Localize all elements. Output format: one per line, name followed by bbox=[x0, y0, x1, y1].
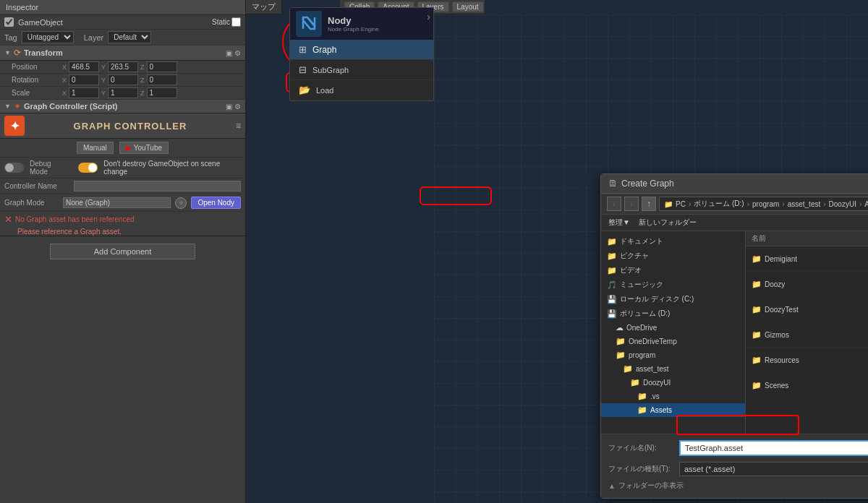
tree-vs[interactable]: 📁 .vs bbox=[601, 390, 745, 403]
dialog-title-bar: 🖺 Create Graph bbox=[601, 174, 868, 194]
tree-doozyui[interactable]: 📁 DoozyUI bbox=[601, 376, 745, 390]
filetype-row: ファイルの種類(T): キャンセル bbox=[608, 460, 868, 478]
gc-arrow: ▼ bbox=[4, 103, 11, 110]
graph-controller-logo: ✦ bbox=[4, 116, 25, 136]
map-label: マップ bbox=[246, 0, 282, 14]
load-menu-icon: 📂 bbox=[299, 85, 310, 95]
gizmos-name: Gizmos bbox=[765, 331, 789, 339]
graph-mode-value: None (Graph) bbox=[63, 197, 171, 208]
dont-destroy-toggle[interactable] bbox=[78, 163, 98, 173]
tree-assets-selected[interactable]: 📁 Assets bbox=[601, 403, 745, 417]
assets-icon: 📁 bbox=[637, 405, 647, 415]
position-value: X Y Z bbox=[62, 61, 241, 72]
create-graph-dialog: 🖺 Create Graph ‹ › ↑ 📁 PC › ボリューム (D:) ›… bbox=[600, 173, 868, 499]
documents-label: ドキュメント bbox=[620, 236, 663, 246]
nody-close-btn[interactable]: › bbox=[427, 11, 430, 22]
nody-menu-load[interactable]: 📂 Load bbox=[290, 80, 433, 100]
gameobject-checkbox[interactable] bbox=[4, 17, 14, 27]
position-x[interactable] bbox=[69, 61, 99, 72]
manage-btn[interactable]: 整理▼ bbox=[608, 218, 630, 228]
transform-arrow: ▼ bbox=[4, 49, 11, 56]
position-z[interactable] bbox=[147, 61, 177, 72]
demigiant-icon: 📁 bbox=[752, 254, 762, 264]
rotation-value: X Y Z bbox=[62, 74, 241, 85]
tree-volume-d[interactable]: 💾 ボリューム (D:) bbox=[601, 306, 745, 321]
position-y[interactable] bbox=[108, 61, 138, 72]
rotation-y-label: Y bbox=[101, 77, 106, 84]
tree-program[interactable]: 📁 program bbox=[601, 348, 745, 362]
file-demigiant[interactable]: 📁Demigiant 2019/10/26 18:18 ファイル フォルダー bbox=[746, 246, 868, 272]
controller-name-input[interactable] bbox=[74, 181, 241, 192]
file-doozy[interactable]: 📁Doozy 2019/10/26 18:19 ファイル フォルダー bbox=[746, 272, 868, 297]
svg-rect-0 bbox=[299, 13, 319, 33]
tag-select[interactable]: Untagged bbox=[22, 31, 74, 43]
gameobject-name: GameObject bbox=[18, 18, 63, 27]
asset-test-icon: 📁 bbox=[623, 364, 633, 374]
position-x-label: X bbox=[62, 64, 67, 71]
position-z-label: Z bbox=[140, 64, 145, 71]
scale-label: Scale bbox=[12, 89, 62, 97]
rotation-x[interactable] bbox=[69, 74, 99, 85]
nav-back-btn[interactable]: ‹ bbox=[607, 197, 621, 211]
tree-video[interactable]: 📁 ビデオ bbox=[601, 263, 745, 278]
nav-forward-btn[interactable]: › bbox=[624, 197, 639, 211]
tree-asset-test[interactable]: 📁 asset_test bbox=[601, 362, 745, 376]
vs-label: .vs bbox=[650, 392, 660, 400]
rotation-z[interactable] bbox=[147, 74, 177, 85]
transform-header[interactable]: ▼ ⟳ Transform ▣ ⚙ bbox=[0, 46, 245, 61]
tree-onedrive[interactable]: ☁ OneDrive bbox=[601, 321, 745, 335]
manual-btn[interactable]: Manual bbox=[77, 142, 114, 154]
gc-label: Graph Controller (Script) bbox=[24, 102, 118, 111]
file-doozytest[interactable]: 📁DoozyTest 2019/10/27 9:32 ファイル フォルダー bbox=[746, 297, 868, 322]
onedrivetemp-label: OneDriveTemp bbox=[629, 338, 677, 345]
nav-drive: ボリューム (D:) bbox=[694, 199, 744, 209]
tree-documents[interactable]: 📁 ドキュメント bbox=[601, 234, 745, 249]
gc-menu-btn[interactable]: ≡ bbox=[236, 121, 241, 131]
folder-toggle[interactable]: ▲ フォルダーの非表示 bbox=[608, 481, 684, 491]
error-sub-row: Please reference a Graph asset. bbox=[0, 227, 245, 236]
youtube-btn[interactable]: ▶ YouTube bbox=[119, 142, 169, 154]
tag-layer-row: Tag Untagged Layer Default bbox=[0, 30, 245, 46]
debug-toggle[interactable] bbox=[4, 163, 24, 173]
graph-menu-icon: ⊞ bbox=[299, 44, 307, 55]
tag-label: Tag bbox=[4, 33, 17, 42]
error-sub-text: Please reference a Graph asset. bbox=[0, 228, 126, 238]
tree-pictures[interactable]: 📁 ピクチャ bbox=[601, 249, 745, 263]
add-component-btn[interactable]: Add Component bbox=[50, 244, 196, 259]
doozyui-icon: 📁 bbox=[630, 378, 640, 387]
layer-select[interactable]: Default bbox=[108, 31, 151, 43]
layout-btn[interactable]: Layout bbox=[452, 1, 484, 12]
new-folder-btn[interactable]: 新しいフォルダー bbox=[639, 218, 697, 228]
nav-up-btn[interactable]: ↑ bbox=[642, 197, 656, 211]
rotation-y[interactable] bbox=[108, 74, 138, 85]
filename-input[interactable] bbox=[679, 440, 868, 456]
file-resources[interactable]: 📁Resources 2019/10/26 18:19 ファイル フォルダー bbox=[746, 348, 868, 373]
scale-x[interactable] bbox=[69, 87, 99, 98]
nody-title-group: Nody Node Graph Engine bbox=[328, 15, 379, 33]
scale-z[interactable] bbox=[147, 87, 177, 98]
error-text: No Graph asset has been referenced bbox=[15, 215, 135, 223]
static-checkbox[interactable] bbox=[231, 17, 241, 27]
vs-icon: 📁 bbox=[637, 392, 647, 401]
filename-row: ファイル名(N): 保存(S) bbox=[608, 439, 868, 457]
tree-local-disk-c[interactable]: 💾 ローカル ディスク (C:) bbox=[601, 292, 745, 306]
nody-menu-subgraph[interactable]: ⊟ SubGraph bbox=[290, 60, 433, 80]
scale-z-label: Z bbox=[140, 90, 145, 97]
static-badge: Static bbox=[212, 17, 241, 27]
graph-controller-section-header[interactable]: ▼ ✦ Graph Controller (Script) ▣ ⚙ bbox=[0, 100, 245, 113]
scale-y[interactable] bbox=[108, 87, 138, 98]
center-area: マップ Collab Account Layers Layout Nody bbox=[246, 0, 868, 503]
scenes-name: Scenes bbox=[765, 382, 788, 390]
col-name: 名前 bbox=[752, 233, 868, 244]
tree-music[interactable]: 🎵 ミュージック bbox=[601, 278, 745, 292]
tree-onedrivetemp[interactable]: 📁 OneDriveTemp bbox=[601, 335, 745, 348]
open-nody-btn[interactable]: Open Nody bbox=[191, 197, 241, 209]
file-gizmos[interactable]: 📁Gizmos 2019/10/26 18:19 ファイル フォルダー bbox=[746, 322, 868, 348]
nody-menu-graph[interactable]: ⊞ Graph bbox=[290, 40, 433, 60]
nody-title: Nody bbox=[328, 15, 379, 26]
file-scenes[interactable]: 📁Scenes 2019/10/27 8:01 ファイル フォルダー bbox=[746, 373, 868, 398]
gc-icon: ✦ bbox=[14, 101, 21, 111]
subgraph-menu-label: SubGraph bbox=[312, 66, 349, 74]
graph-menu-label: Graph bbox=[312, 45, 336, 55]
graph-mode-circle-btn[interactable]: ○ bbox=[175, 197, 187, 209]
